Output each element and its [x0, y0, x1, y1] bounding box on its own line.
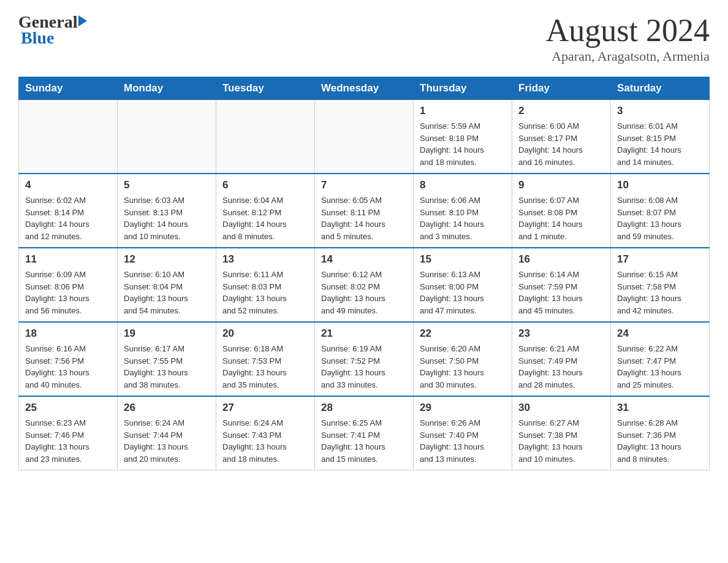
day-cell-12: 12Sunrise: 6:10 AM Sunset: 8:04 PM Dayli… — [118, 248, 216, 322]
week-row-5: 25Sunrise: 6:23 AM Sunset: 7:46 PM Dayli… — [19, 396, 710, 470]
day-info: Sunrise: 6:26 AM Sunset: 7:40 PM Dayligh… — [420, 417, 506, 465]
day-info: Sunrise: 6:12 AM Sunset: 8:02 PM Dayligh… — [321, 269, 407, 316]
day-cell-25: 25Sunrise: 6:23 AM Sunset: 7:46 PM Dayli… — [19, 396, 118, 470]
day-cell-8: 8Sunrise: 6:06 AM Sunset: 8:10 PM Daylig… — [414, 174, 512, 248]
day-number: 24 — [617, 327, 703, 340]
day-info: Sunrise: 6:23 AM Sunset: 7:46 PM Dayligh… — [25, 417, 111, 465]
day-info: Sunrise: 6:08 AM Sunset: 8:07 PM Dayligh… — [617, 194, 703, 242]
day-info: Sunrise: 6:09 AM Sunset: 8:06 PM Dayligh… — [25, 269, 111, 316]
day-cell-24: 24Sunrise: 6:22 AM Sunset: 7:47 PM Dayli… — [611, 322, 710, 396]
day-cell-1: 1Sunrise: 5:59 AM Sunset: 8:18 PM Daylig… — [414, 100, 512, 174]
day-header-thursday: Thursday — [414, 77, 512, 100]
day-cell-22: 22Sunrise: 6:20 AM Sunset: 7:50 PM Dayli… — [414, 322, 512, 396]
day-number: 8 — [420, 179, 506, 191]
day-cell-21: 21Sunrise: 6:19 AM Sunset: 7:52 PM Dayli… — [315, 322, 414, 396]
day-info: Sunrise: 6:18 AM Sunset: 7:53 PM Dayligh… — [222, 343, 308, 391]
day-info: Sunrise: 6:27 AM Sunset: 7:38 PM Dayligh… — [518, 417, 604, 465]
day-cell-27: 27Sunrise: 6:24 AM Sunset: 7:43 PM Dayli… — [216, 396, 315, 470]
day-info: Sunrise: 6:15 AM Sunset: 7:58 PM Dayligh… — [617, 269, 703, 316]
calendar-subtitle: Aparan, Aragatsotn, Armenia — [546, 48, 710, 64]
day-header-saturday: Saturday — [611, 77, 710, 100]
day-number: 7 — [321, 179, 407, 191]
empty-cell — [19, 100, 118, 174]
day-cell-30: 30Sunrise: 6:27 AM Sunset: 7:38 PM Dayli… — [512, 396, 611, 470]
day-info: Sunrise: 6:10 AM Sunset: 8:04 PM Dayligh… — [124, 269, 210, 316]
day-cell-26: 26Sunrise: 6:24 AM Sunset: 7:44 PM Dayli… — [118, 396, 216, 470]
day-cell-6: 6Sunrise: 6:04 AM Sunset: 8:12 PM Daylig… — [216, 174, 315, 248]
day-number: 11 — [25, 253, 111, 266]
day-cell-18: 18Sunrise: 6:16 AM Sunset: 7:56 PM Dayli… — [19, 322, 118, 396]
day-info: Sunrise: 5:59 AM Sunset: 8:18 PM Dayligh… — [420, 120, 506, 168]
day-cell-20: 20Sunrise: 6:18 AM Sunset: 7:53 PM Dayli… — [216, 322, 315, 396]
day-number: 16 — [518, 253, 604, 266]
week-row-1: 1Sunrise: 5:59 AM Sunset: 8:18 PM Daylig… — [19, 100, 710, 174]
day-cell-5: 5Sunrise: 6:03 AM Sunset: 8:13 PM Daylig… — [118, 174, 216, 248]
day-number: 12 — [124, 253, 210, 266]
day-number: 14 — [321, 253, 407, 266]
day-number: 23 — [518, 327, 604, 340]
day-number: 28 — [321, 402, 407, 414]
day-cell-15: 15Sunrise: 6:13 AM Sunset: 8:00 PM Dayli… — [414, 248, 512, 322]
day-number: 3 — [617, 105, 703, 117]
day-header-sunday: Sunday — [19, 77, 118, 100]
day-number: 17 — [617, 253, 703, 266]
day-info: Sunrise: 6:02 AM Sunset: 8:14 PM Dayligh… — [25, 194, 111, 242]
empty-cell — [216, 100, 315, 174]
day-number: 1 — [420, 105, 506, 117]
day-info: Sunrise: 6:00 AM Sunset: 8:17 PM Dayligh… — [518, 120, 604, 168]
day-number: 6 — [222, 179, 308, 191]
page-header: General Blue August 2024 Aparan, Aragats… — [18, 12, 710, 64]
day-cell-4: 4Sunrise: 6:02 AM Sunset: 8:14 PM Daylig… — [19, 174, 118, 248]
day-header-monday: Monday — [118, 77, 216, 100]
day-info: Sunrise: 6:03 AM Sunset: 8:13 PM Dayligh… — [124, 194, 210, 242]
day-number: 5 — [124, 179, 210, 191]
day-number: 26 — [124, 402, 210, 414]
empty-cell — [118, 100, 216, 174]
week-row-2: 4Sunrise: 6:02 AM Sunset: 8:14 PM Daylig… — [19, 174, 710, 248]
day-number: 25 — [25, 402, 111, 414]
title-block: August 2024 Aparan, Aragatsotn, Armenia — [546, 12, 710, 64]
day-number: 10 — [617, 179, 703, 191]
day-cell-10: 10Sunrise: 6:08 AM Sunset: 8:07 PM Dayli… — [611, 174, 710, 248]
day-number: 18 — [25, 327, 111, 340]
day-cell-2: 2Sunrise: 6:00 AM Sunset: 8:17 PM Daylig… — [512, 100, 611, 174]
day-cell-31: 31Sunrise: 6:28 AM Sunset: 7:36 PM Dayli… — [611, 396, 710, 470]
day-info: Sunrise: 6:22 AM Sunset: 7:47 PM Dayligh… — [617, 343, 703, 391]
day-info: Sunrise: 6:19 AM Sunset: 7:52 PM Dayligh… — [321, 343, 407, 391]
day-number: 13 — [222, 253, 308, 266]
day-cell-23: 23Sunrise: 6:21 AM Sunset: 7:49 PM Dayli… — [512, 322, 611, 396]
day-header-wednesday: Wednesday — [315, 77, 414, 100]
calendar-title: August 2024 — [546, 12, 710, 48]
day-info: Sunrise: 6:13 AM Sunset: 8:00 PM Dayligh… — [420, 269, 506, 316]
day-cell-28: 28Sunrise: 6:25 AM Sunset: 7:41 PM Dayli… — [315, 396, 414, 470]
day-number: 22 — [420, 327, 506, 340]
logo-arrow-icon — [78, 15, 87, 26]
logo: General Blue — [18, 12, 87, 48]
day-cell-3: 3Sunrise: 6:01 AM Sunset: 8:15 PM Daylig… — [611, 100, 710, 174]
day-info: Sunrise: 6:25 AM Sunset: 7:41 PM Dayligh… — [321, 417, 407, 465]
day-number: 15 — [420, 253, 506, 266]
day-cell-16: 16Sunrise: 6:14 AM Sunset: 7:59 PM Dayli… — [512, 248, 611, 322]
week-row-4: 18Sunrise: 6:16 AM Sunset: 7:56 PM Dayli… — [19, 322, 710, 396]
day-cell-17: 17Sunrise: 6:15 AM Sunset: 7:58 PM Dayli… — [611, 248, 710, 322]
day-info: Sunrise: 6:14 AM Sunset: 7:59 PM Dayligh… — [518, 269, 604, 316]
day-info: Sunrise: 6:21 AM Sunset: 7:49 PM Dayligh… — [518, 343, 604, 391]
day-info: Sunrise: 6:24 AM Sunset: 7:44 PM Dayligh… — [124, 417, 210, 465]
day-cell-13: 13Sunrise: 6:11 AM Sunset: 8:03 PM Dayli… — [216, 248, 315, 322]
day-info: Sunrise: 6:24 AM Sunset: 7:43 PM Dayligh… — [222, 417, 308, 465]
day-cell-7: 7Sunrise: 6:05 AM Sunset: 8:11 PM Daylig… — [315, 174, 414, 248]
day-info: Sunrise: 6:04 AM Sunset: 8:12 PM Dayligh… — [222, 194, 308, 242]
day-info: Sunrise: 6:20 AM Sunset: 7:50 PM Dayligh… — [420, 343, 506, 391]
day-cell-11: 11Sunrise: 6:09 AM Sunset: 8:06 PM Dayli… — [19, 248, 118, 322]
day-number: 27 — [222, 402, 308, 414]
day-info: Sunrise: 6:05 AM Sunset: 8:11 PM Dayligh… — [321, 194, 407, 242]
day-number: 4 — [25, 179, 111, 191]
day-number: 2 — [518, 105, 604, 117]
calendar-table: SundayMondayTuesdayWednesdayThursdayFrid… — [18, 77, 710, 470]
day-info: Sunrise: 6:07 AM Sunset: 8:08 PM Dayligh… — [518, 194, 604, 242]
header-row: SundayMondayTuesdayWednesdayThursdayFrid… — [19, 77, 710, 100]
logo-blue: Blue — [21, 28, 54, 48]
day-cell-29: 29Sunrise: 6:26 AM Sunset: 7:40 PM Dayli… — [414, 396, 512, 470]
day-cell-14: 14Sunrise: 6:12 AM Sunset: 8:02 PM Dayli… — [315, 248, 414, 322]
week-row-3: 11Sunrise: 6:09 AM Sunset: 8:06 PM Dayli… — [19, 248, 710, 322]
